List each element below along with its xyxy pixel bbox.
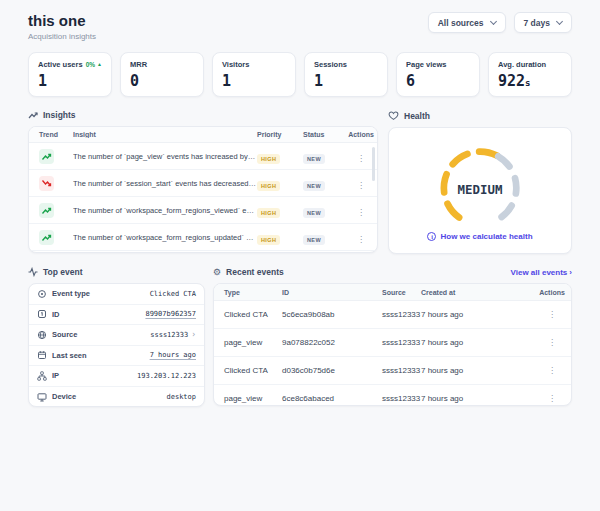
row-actions-menu[interactable]: ⋮ <box>548 394 556 403</box>
gear-icon: ⚙ <box>213 268 221 277</box>
event-source: ssss12333 <box>382 366 421 375</box>
health-gauge: MEDIUM <box>422 140 538 228</box>
recent-event-row: page_view 6ce8c6abaced ssss12333 7 hours… <box>214 385 571 406</box>
chevron-right-icon: › <box>191 330 196 339</box>
event-type: Clicked CTA <box>214 366 282 375</box>
stat-value: 6 <box>406 72 470 90</box>
stat-value-number: 922 <box>498 72 525 90</box>
top-event-value: 193.203.12.223 <box>137 372 196 380</box>
stat-value: 1 <box>38 72 102 90</box>
event-created-at: 7 hours ago <box>421 338 533 347</box>
row-actions-menu[interactable]: ⋮ <box>357 154 365 163</box>
insights-panel: Trend Insight Priority Status Actions Th… <box>28 126 378 253</box>
stat-label: Visitors <box>222 60 249 69</box>
stat-label: Page views <box>406 60 446 69</box>
stat-label: Sessions <box>314 60 347 69</box>
top-event-label: Event type <box>52 289 90 298</box>
recent-events-section-label: Recent events <box>226 267 284 277</box>
globe-icon <box>37 330 47 340</box>
chevron-down-icon <box>556 17 563 24</box>
recent-events-table-header: Type ID Source Created at Actions <box>214 284 571 301</box>
stat-delta-value: 0% <box>86 61 95 68</box>
source-filter-dropdown[interactable]: All sources <box>428 12 506 33</box>
top-event-label: Source <box>52 330 77 339</box>
source-filter-value: All sources <box>438 18 484 28</box>
health-explainer-link[interactable]: i How we calculate health <box>427 232 532 241</box>
col-header-actions: Actions <box>345 131 377 138</box>
stat-card-sessions: Sessions 1 <box>304 52 388 97</box>
col-header-type: Type <box>214 289 282 296</box>
col-header-actions: Actions <box>533 289 571 296</box>
page-title: this one <box>28 12 96 29</box>
top-event-row-ip: IP 193.203.12.223 <box>29 366 204 387</box>
row-actions-menu[interactable]: ⋮ <box>548 338 556 347</box>
insights-section: Insights Trend Insight Priority Status A… <box>28 110 378 254</box>
insight-text: The number of `page_view` events has inc… <box>73 152 257 161</box>
stat-label: MRR <box>130 60 147 69</box>
top-event-label: ID <box>52 310 60 319</box>
page-subtitle: Acquisition insights <box>28 32 96 41</box>
trend-up-icon <box>39 149 54 164</box>
title-block: this one Acquisition insights <box>28 12 96 41</box>
event-id: 9a078822c052 <box>282 338 382 347</box>
top-event-panel: Event type Clicked CTA ID 89907b962357 S… <box>28 283 205 407</box>
activity-icon <box>28 267 38 277</box>
insight-text: The number of `workspace_form_regions_up… <box>73 233 257 242</box>
monitor-icon <box>37 392 47 402</box>
stat-card-mrr: MRR 0 <box>120 52 204 97</box>
status-badge: NEW <box>303 208 325 218</box>
top-event-row-device: Device desktop <box>29 387 204 408</box>
top-event-label: IP <box>52 371 59 380</box>
info-icon: i <box>427 232 436 241</box>
view-all-label: View all events <box>511 268 568 277</box>
stat-value: 0 <box>130 72 194 90</box>
row-actions-menu[interactable]: ⋮ <box>548 310 556 319</box>
target-icon <box>37 289 47 299</box>
recent-events-panel: Type ID Source Created at Actions Clicke… <box>213 283 572 406</box>
health-link-label: How we calculate health <box>440 232 532 241</box>
event-source: ssss12333 <box>382 310 421 319</box>
insight-text: The number of `workspace_form_regions_vi… <box>73 206 257 215</box>
top-event-section: Top event Event type Clicked CTA ID 8990… <box>28 267 205 407</box>
row-actions-menu[interactable]: ⋮ <box>357 181 365 190</box>
event-created-at: 7 hours ago <box>421 366 533 375</box>
top-event-value: ssss12333 <box>150 331 188 339</box>
status-badge: NEW <box>303 154 325 164</box>
stat-value-suffix: s <box>525 78 530 88</box>
view-all-events-link[interactable]: View all events › <box>511 268 572 277</box>
stat-label: Avg. duration <box>498 60 546 69</box>
top-event-source-link[interactable]: ssss12333› <box>150 330 196 339</box>
stat-card-page-views: Page views 6 <box>396 52 480 97</box>
priority-badge: HIGH <box>257 235 280 245</box>
priority-badge: HIGH <box>257 154 280 164</box>
filter-controls: All sources 7 days <box>428 12 572 33</box>
trend-up-icon <box>39 203 54 218</box>
col-header-trend: Trend <box>29 131 73 138</box>
recent-event-row: Clicked CTA 5c6eca9b08ab ssss12333 7 hou… <box>214 301 571 329</box>
row-actions-menu[interactable]: ⋮ <box>548 366 556 375</box>
top-event-label: Last seen <box>52 351 87 360</box>
top-event-row-last-seen: Last seen 7 hours ago <box>29 346 204 367</box>
col-header-insight: Insight <box>73 131 257 138</box>
chevron-right-icon: › <box>569 268 572 277</box>
top-event-row-id: ID 89907b962357 <box>29 305 204 326</box>
row-actions-menu[interactable]: ⋮ <box>357 235 365 244</box>
col-header-id: ID <box>282 289 382 296</box>
insight-row: The number of `session_start` events has… <box>29 170 377 197</box>
dashboard-page: this one Acquisition insights All source… <box>0 0 600 407</box>
top-event-value: Clicked CTA <box>150 290 196 298</box>
insights-scrollbar[interactable] <box>372 147 375 181</box>
period-filter-dropdown[interactable]: 7 days <box>514 12 572 33</box>
insight-row: The number of `workspace_form_regions_up… <box>29 224 377 251</box>
priority-badge: HIGH <box>257 208 280 218</box>
row-actions-menu[interactable]: ⋮ <box>357 208 365 217</box>
stat-delta-badge: 0% ▲ <box>86 61 102 68</box>
event-created-at: 7 hours ago <box>421 394 533 403</box>
event-type: Clicked CTA <box>214 310 282 319</box>
event-type: page_view <box>214 338 282 347</box>
heart-icon <box>388 110 399 121</box>
col-header-status: Status <box>303 131 345 138</box>
trending-up-icon <box>28 110 38 120</box>
id-badge-icon <box>37 309 47 319</box>
event-id: d036c0b75d6e <box>282 366 382 375</box>
